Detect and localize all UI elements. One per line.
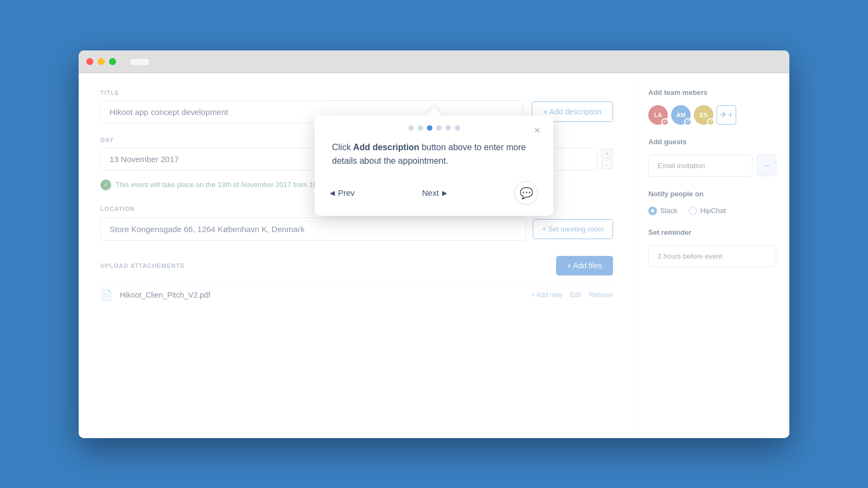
minimize-traffic-light[interactable] <box>98 58 105 65</box>
browser-window: TITLE + Add description Day 📅 Hour <box>79 50 789 438</box>
reminder-input[interactable] <box>648 245 776 267</box>
add-note-button[interactable]: + Add note <box>531 291 563 299</box>
tooltip-close-button[interactable]: × <box>529 123 545 138</box>
minute-spinner: + - <box>601 149 613 169</box>
edit-button[interactable]: Edit <box>570 291 582 299</box>
slack-radio[interactable]: Slack <box>648 207 678 215</box>
day-input-wrapper: 📅 <box>100 147 346 171</box>
fullscreen-traffic-light[interactable] <box>109 58 116 65</box>
set-meeting-room-button[interactable]: + Set meeting room <box>533 219 613 239</box>
send-invite-icon: → <box>762 160 771 170</box>
tooltip-text-pre: Click <box>332 143 353 152</box>
tooltip-text-bold: Add description <box>353 143 419 152</box>
hipchat-label: HipChat <box>700 207 726 215</box>
tooltip-footer: ◀ Prev Next ▶ 💬 <box>315 181 553 205</box>
team-members-row: LA ✓ AM ✓ ES ✓ ✈ + <box>648 105 776 125</box>
dot-4 <box>436 125 442 131</box>
plus-icon: + <box>728 110 733 120</box>
tooltip-popup: × Click Add description button above to … <box>315 115 553 216</box>
sidebar: Add team mebers LA ✓ AM ✓ ES ✓ ✈ + <box>635 73 789 438</box>
file-name: Hikoot_Clien_Pitch_V2.pdf <box>120 291 524 299</box>
add-files-button[interactable]: + Add files <box>556 256 613 275</box>
add-member-button[interactable]: ✈ + <box>717 105 736 125</box>
guests-section: Add guests → <box>648 138 776 177</box>
close-traffic-light[interactable] <box>86 58 93 65</box>
avatar-la-initials: LA <box>654 112 662 118</box>
day-label: Day <box>100 137 346 143</box>
file-actions: + Add note Edit Remove <box>531 291 613 299</box>
reminder-title: Set reminder <box>648 228 776 236</box>
notify-section: Notify people on Slack HipChat <box>648 190 776 215</box>
email-input-row: → <box>648 155 776 177</box>
next-button[interactable]: Next ▶ <box>422 188 447 197</box>
event-notice-text: This event will take place on the 13th o… <box>116 181 323 189</box>
day-field-group: Day 📅 <box>100 137 346 171</box>
tooltip-dots <box>409 125 460 131</box>
avatar-am: AM ✓ <box>671 105 691 125</box>
avatar-am-badge: ✓ <box>684 118 692 126</box>
notify-title: Notify people on <box>648 190 776 198</box>
location-input[interactable] <box>100 217 526 241</box>
prev-chevron-icon: ◀ <box>330 189 335 197</box>
minute-up-button[interactable]: + <box>601 149 613 158</box>
upload-label: Upload attachements <box>100 262 184 269</box>
avatar-la: LA ✓ <box>648 105 668 125</box>
slack-radio-dot <box>651 209 654 213</box>
location-row: + Set meeting room <box>100 217 613 241</box>
slack-radio-circle <box>648 207 657 215</box>
reminder-section: Set reminder <box>648 228 776 267</box>
dot-1 <box>409 125 414 131</box>
avatar-am-initials: AM <box>676 112 685 118</box>
next-chevron-icon: ▶ <box>442 189 447 197</box>
tooltip-header: × <box>315 115 553 135</box>
dot-6 <box>455 125 460 131</box>
title-label: TITLE <box>100 89 613 96</box>
day-input[interactable] <box>100 147 346 171</box>
notice-check-icon: ✓ <box>100 179 111 190</box>
avatar-es: ES ✓ <box>694 105 713 125</box>
avatar-es-badge: ✓ <box>707 118 714 126</box>
avatar-es-initials: ES <box>700 112 708 118</box>
remove-button[interactable]: Remove <box>589 291 613 299</box>
team-members-title: Add team mebers <box>648 88 776 97</box>
minute-down-button[interactable]: - <box>601 159 613 169</box>
chat-bubble-icon: 💬 <box>520 187 533 200</box>
file-icon: 📄 <box>100 289 112 301</box>
table-row: 📄 Hikoot_Clien_Pitch_V2.pdf + Add note E… <box>100 283 613 306</box>
upload-header: Upload attachements + Add files <box>100 256 613 275</box>
page-content: TITLE + Add description Day 📅 Hour <box>79 73 789 438</box>
browser-titlebar <box>79 50 789 73</box>
prev-label: Prev <box>338 188 355 197</box>
avatar-la-badge: ✓ <box>661 118 669 126</box>
dot-2 <box>418 125 423 131</box>
send-invite-button[interactable]: → <box>757 155 776 176</box>
tooltip-body: Click Add description button above to en… <box>315 135 553 181</box>
upload-section: Upload attachements + Add files 📄 Hikoot… <box>100 256 613 306</box>
email-input[interactable] <box>648 155 752 177</box>
slack-label: Slack <box>660 207 678 215</box>
hipchat-radio[interactable]: HipChat <box>688 207 726 215</box>
dot-5 <box>445 125 451 131</box>
dot-3 <box>427 125 432 131</box>
tooltip-heart-button[interactable]: 💬 <box>514 181 538 205</box>
tooltip-arrow <box>426 107 442 115</box>
guests-title: Add guests <box>648 138 776 146</box>
next-label: Next <box>422 188 439 197</box>
browser-tab[interactable] <box>129 58 150 65</box>
hipchat-radio-circle <box>688 207 697 215</box>
send-icon: ✈ <box>720 110 727 120</box>
prev-button[interactable]: ◀ Prev <box>330 188 355 197</box>
notify-radio-row: Slack HipChat <box>648 207 776 215</box>
